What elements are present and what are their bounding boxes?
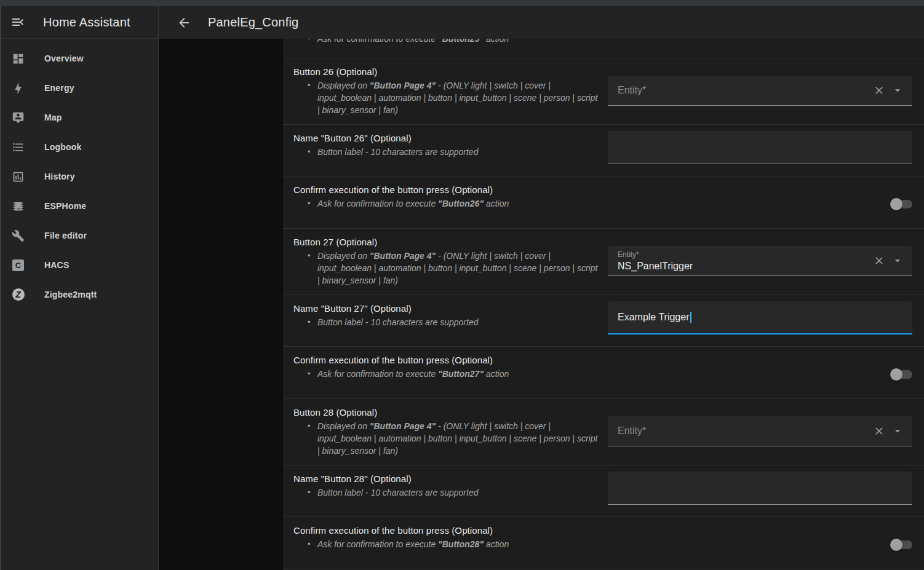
sidebar-item-file-editor[interactable]: File editor [0, 221, 158, 250]
entity-field-value: NS_PanelTrigger [618, 261, 873, 272]
confirm-toggle[interactable] [891, 200, 912, 208]
row-description: Displayed on "Button Page 4" - (ONLY lig… [293, 79, 599, 116]
row-text: Button 27 (Optional) Displayed on "Butto… [293, 229, 608, 295]
sidebar-item-label: Energy [44, 83, 74, 93]
row-field-area [608, 176, 912, 228]
config-row-button27-entity: Button 27 (Optional) Displayed on "Butto… [283, 229, 924, 295]
entity-field-label: Entity* [618, 250, 873, 259]
entity-placeholder: Entity* [618, 426, 646, 436]
row-description: Ask for confirmation to execute "Button2… [293, 39, 904, 45]
row-field-area: Entity* [608, 399, 912, 465]
row-description: Ask for confirmation to execute "Button2… [293, 538, 599, 550]
config-row-confirm-button25: Ask for confirmation to execute "Button2… [283, 39, 924, 58]
dropdown-caret-icon[interactable] [891, 255, 904, 267]
toggle-thumb[interactable] [890, 368, 902, 381]
main-area: PanelEg_Config Ask for confirmation to e… [159, 6, 924, 570]
row-text: Name "Button 28" (Optional) Button label… [293, 465, 608, 517]
confirm-toggle[interactable] [891, 370, 912, 379]
toggle-thumb[interactable] [890, 198, 902, 210]
text-cursor [690, 312, 691, 323]
row-text: Name "Button 26" (Optional) Button label… [293, 125, 608, 176]
row-text: Confirm execution of the button press (O… [293, 517, 608, 569]
row-title: Button 28 (Optional) [293, 407, 599, 418]
row-field-area: Example Trigger [608, 295, 912, 346]
sidebar-toggle-icon[interactable] [10, 15, 25, 30]
clear-icon[interactable] [873, 84, 885, 97]
name-input[interactable] [608, 131, 912, 164]
row-description: Ask for confirmation to execute "Button2… [293, 197, 599, 210]
row-title: Confirm execution of the button press (O… [293, 525, 599, 536]
row-field-area [608, 125, 912, 176]
row-title: Confirm execution of the button press (O… [293, 355, 599, 365]
sidebar-item-overview[interactable]: Overview [0, 44, 158, 73]
dropdown-caret-icon[interactable] [891, 84, 904, 97]
sidebar-item-zigbee2mqtt[interactable]: Z Zigbee2mqtt [0, 280, 158, 309]
sidebar-item-logbook[interactable]: Logbook [0, 132, 158, 162]
confirm-toggle[interactable] [891, 540, 912, 549]
config-row-button26-name: Name "Button 26" (Optional) Button label… [283, 125, 924, 176]
app-title: Home Assistant [43, 15, 130, 30]
row-title: Name "Button 27" (Optional) [293, 303, 599, 314]
row-description: Button label - 10 characters are support… [293, 146, 599, 158]
row-text: Confirm execution of the button press (O… [293, 176, 608, 228]
row-description: Button label - 10 characters are support… [293, 486, 599, 499]
entity-picker[interactable]: Entity* NS_PanelTrigger [608, 246, 912, 276]
config-panel: Ask for confirmation to execute "Button2… [283, 39, 924, 570]
sidebar-item-esphome[interactable]: ESPHome [0, 191, 158, 221]
row-title: Confirm execution of the button press (O… [293, 184, 599, 195]
content: Ask for confirmation to execute "Button2… [159, 39, 924, 570]
sidebar-item-map[interactable]: Map [0, 103, 158, 132]
chip-icon [12, 200, 25, 213]
dropdown-caret-icon[interactable] [891, 425, 904, 437]
config-row-button26-entity: Button 26 (Optional) Displayed on "Butto… [283, 58, 924, 125]
zigbee2mqtt-icon: Z [12, 288, 25, 301]
hacs-icon: C [12, 259, 25, 272]
row-text: Name "Button 27" (Optional) Button label… [293, 295, 608, 346]
app: Home Assistant Overview Energy Map [0, 6, 924, 570]
entity-picker[interactable]: Entity* [608, 416, 912, 446]
sidebar-item-hacs[interactable]: C HACS [0, 250, 158, 280]
row-field-area [608, 347, 912, 398]
toggle-thumb[interactable] [890, 539, 902, 551]
row-title: Name "Button 28" (Optional) [293, 473, 599, 484]
hacs-icon-letter: C [12, 259, 24, 271]
entity-placeholder: Entity* [618, 85, 646, 95]
clear-icon[interactable] [873, 425, 885, 437]
row-description: Button label - 10 characters are support… [293, 316, 599, 328]
sidebar-item-energy[interactable]: Energy [0, 73, 158, 103]
row-title: Button 27 (Optional) [293, 237, 599, 247]
arrow-left-icon[interactable] [177, 15, 191, 30]
sidebar-item-label: Overview [44, 53, 84, 63]
row-field-area: Entity* [608, 58, 912, 124]
sidebar-item-history[interactable]: History [0, 162, 158, 191]
sidebar-item-label: File editor [44, 231, 87, 240]
entity-picker[interactable]: Entity* [608, 76, 912, 106]
sidebar-item-label: Zigbee2mqtt [44, 290, 97, 299]
config-row-button28-confirm: Confirm execution of the button press (O… [283, 517, 924, 569]
config-row-button26-confirm: Confirm execution of the button press (O… [283, 176, 924, 229]
list-bulleted-icon [12, 141, 25, 154]
window-left-edge [0, 6, 1, 570]
sidebar-item-label: Map [44, 113, 62, 122]
row-text: Button 28 (Optional) Displayed on "Butto… [293, 399, 608, 465]
name-input-value: Example Trigger [618, 312, 690, 323]
clear-icon[interactable] [873, 255, 885, 267]
sidebar-item-label: History [44, 172, 75, 181]
page-title: PanelEg_Config [208, 15, 298, 30]
row-description: Ask for confirmation to execute "Button2… [293, 368, 599, 380]
row-title: Name "Button 26" (Optional) [293, 133, 599, 143]
row-field-area: Entity* NS_PanelTrigger [608, 229, 912, 295]
config-row-button28-entity: Button 28 (Optional) Displayed on "Butto… [283, 399, 924, 465]
zigbee2mqtt-icon-letter: Z [12, 288, 25, 301]
sidebar-nav: Overview Energy Map Logbook [0, 39, 158, 309]
row-field-area [608, 517, 912, 569]
sidebar-item-label: ESPHome [44, 201, 86, 211]
view-dashboard-icon [12, 52, 25, 65]
name-input-focused[interactable]: Example Trigger [608, 301, 912, 334]
row-field-area [608, 465, 912, 517]
sidebar-item-label: HACS [44, 260, 69, 270]
name-input[interactable] [608, 472, 912, 505]
field-icons [873, 425, 904, 437]
config-row-button27-confirm: Confirm execution of the button press (O… [283, 347, 924, 399]
sidebar-header: Home Assistant [0, 6, 158, 39]
